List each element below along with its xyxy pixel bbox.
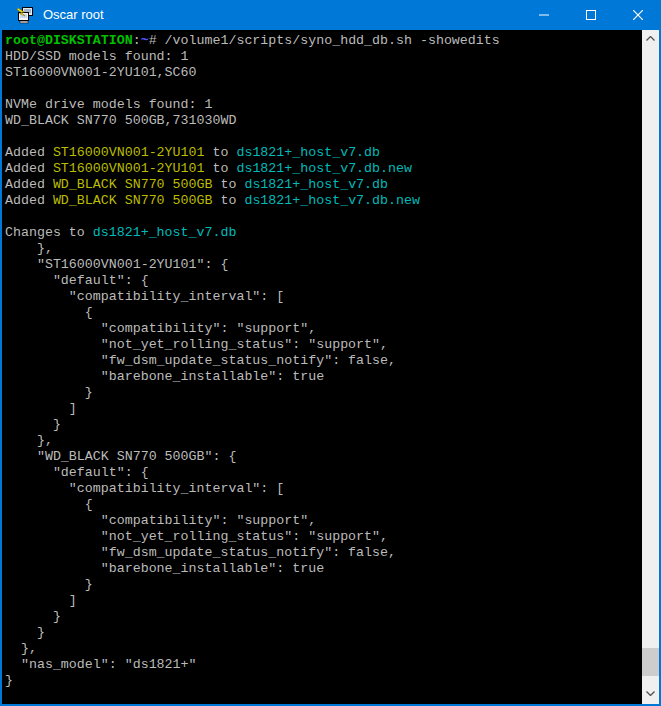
terminal-line: NVMe drive models found: 1 — [5, 97, 642, 113]
terminal-line: Added ST16000VN001-2YU101 to ds1821+_hos… — [5, 145, 642, 161]
terminal-line: { — [5, 497, 642, 513]
terminal-line: } — [5, 385, 642, 401]
close-button[interactable] — [614, 0, 661, 30]
terminal-line: "compatibility_interval": [ — [5, 289, 642, 305]
terminal-line: "not_yet_rolling_status": "support", — [5, 529, 642, 545]
caption-buttons — [520, 0, 661, 30]
terminal-line: "compatibility": "support", — [5, 513, 642, 529]
scrollbar[interactable] — [642, 30, 659, 704]
terminal-line: } — [5, 625, 642, 641]
maximize-icon — [586, 10, 596, 20]
terminal-line: } — [5, 673, 642, 689]
terminal-line: }, — [5, 433, 642, 449]
terminal-line — [5, 81, 642, 97]
window-frame: Oscar root root@DISKSTATION:~# /volume1/… — [0, 0, 661, 706]
minimize-button[interactable] — [520, 0, 567, 30]
scroll-up-button[interactable] — [642, 30, 659, 47]
terminal-line: ] — [5, 401, 642, 417]
terminal-line: { — [5, 305, 642, 321]
terminal-line: "default": { — [5, 465, 642, 481]
close-icon — [633, 10, 643, 20]
terminal-line: }, — [5, 641, 642, 657]
terminal-line: "compatibility_interval": [ — [5, 481, 642, 497]
terminal-line: "fw_dsm_update_status_notify": false, — [5, 545, 642, 561]
putty-icon[interactable] — [16, 6, 34, 24]
maximize-button[interactable] — [567, 0, 614, 30]
terminal-line: WD_BLACK SN770 500GB,731030WD — [5, 113, 642, 129]
terminal-line — [5, 129, 642, 145]
terminal-line: HDD/SSD models found: 1 — [5, 49, 642, 65]
terminal-line: } — [5, 609, 642, 625]
terminal-line: Added ST16000VN001-2YU101 to ds1821+_hos… — [5, 161, 642, 177]
minimize-icon — [539, 10, 549, 20]
terminal-line: } — [5, 417, 642, 433]
scrollbar-thumb[interactable] — [642, 648, 659, 676]
terminal-line: ST16000VN001-2YU101,SC60 — [5, 65, 642, 81]
terminal-line: }, — [5, 241, 642, 257]
titlebar[interactable]: Oscar root — [0, 0, 661, 30]
terminal-line: "compatibility": "support", — [5, 321, 642, 337]
terminal-line: "not_yet_rolling_status": "support", — [5, 337, 642, 353]
chevron-up-icon — [646, 36, 655, 41]
terminal-line: Added WD_BLACK SN770 500GB to ds1821+_ho… — [5, 193, 642, 209]
terminal-line: "ST16000VN001-2YU101": { — [5, 257, 642, 273]
terminal-line: "nas_model": "ds1821+" — [5, 657, 642, 673]
terminal-line: ] — [5, 593, 642, 609]
terminal-line — [5, 209, 642, 225]
terminal-line: root@DISKSTATION:~# /volume1/scripts/syn… — [5, 33, 642, 49]
scroll-down-button[interactable] — [642, 685, 659, 702]
terminal-line: "barebone_installable": true — [5, 561, 642, 577]
terminal-line: "default": { — [5, 273, 642, 289]
terminal-line: "fw_dsm_update_status_notify": false, — [5, 353, 642, 369]
terminal-line: } — [5, 577, 642, 593]
chevron-down-icon — [646, 691, 655, 696]
terminal-line: Changes to ds1821+_host_v7.db — [5, 225, 642, 241]
window-title: Oscar root — [43, 0, 520, 30]
terminal-output[interactable]: root@DISKSTATION:~# /volume1/scripts/syn… — [2, 30, 642, 704]
terminal-line: "WD_BLACK SN770 500GB": { — [5, 449, 642, 465]
terminal-line: "barebone_installable": true — [5, 369, 642, 385]
terminal-line: Added WD_BLACK SN770 500GB to ds1821+_ho… — [5, 177, 642, 193]
